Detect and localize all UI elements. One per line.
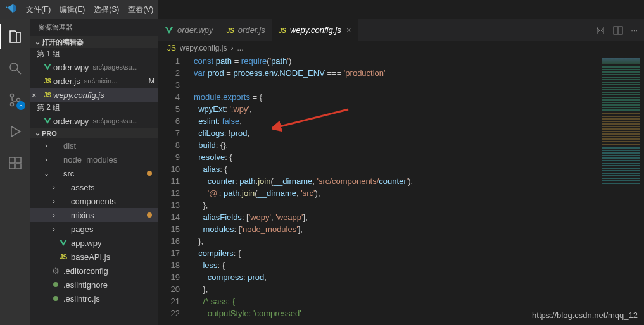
svg-point-0 (10, 63, 18, 71)
tree-item[interactable]: ›node_modules (30, 152, 158, 166)
tree-item[interactable]: .eslintrc.js (30, 291, 158, 305)
file-label: order.js (53, 77, 80, 86)
tree-item[interactable]: ⌄src (30, 166, 158, 180)
group-1-label: 第 1 组 (30, 48, 158, 60)
tree-label: .eslintrc.js (63, 294, 100, 304)
file-icon (42, 116, 53, 125)
svg-point-10 (53, 296, 58, 301)
svg-line-1 (17, 70, 21, 74)
file-icon: JS (42, 92, 53, 99)
search-icon[interactable] (0, 56, 30, 81)
minimap[interactable] (593, 55, 644, 325)
svg-point-9 (53, 282, 58, 287)
tree-item[interactable]: JSbaseAPI.js (30, 250, 158, 264)
editor-tab[interactable]: JSwepy.config.js× (272, 19, 358, 41)
tree-item[interactable]: ›assets (30, 180, 158, 194)
tree-icon: JS (58, 254, 68, 261)
file-icon (165, 26, 174, 35)
tree-label: dist (63, 141, 76, 150)
source-control-icon[interactable]: 5 (0, 87, 30, 113)
tree-icon (51, 295, 61, 302)
file-label: order.wpy (53, 63, 89, 72)
more-icon[interactable]: ··· (631, 25, 638, 35)
tree-label: components (71, 197, 116, 206)
svg-point-3 (11, 103, 14, 106)
modified-dot (147, 212, 152, 218)
project-section[interactable]: ⌄PRO (30, 128, 158, 138)
tab-label: order.js (238, 25, 265, 35)
activity-bar: 5 (0, 0, 30, 325)
compare-icon[interactable] (595, 25, 605, 35)
svg-rect-7 (16, 164, 21, 169)
menu-view[interactable]: 查看(V) (123, 4, 158, 15)
tree-icon (51, 281, 61, 288)
tree-label: node_modules (63, 155, 117, 164)
chevron-icon[interactable]: › (49, 197, 58, 205)
tree-label: .editorconfig (63, 266, 108, 276)
app-logo (0, 4, 22, 15)
tab-label: wepy.config.js (290, 25, 341, 35)
file-icon: JS (227, 25, 234, 35)
open-editors-section[interactable]: ⌄打开的编辑器 (30, 36, 158, 48)
close-icon[interactable]: × (32, 90, 37, 100)
tree-label: .eslintignore (63, 280, 108, 290)
extensions-icon[interactable] (0, 150, 30, 176)
tree-label: pages (71, 224, 93, 234)
file-icon (42, 63, 53, 71)
menu-select[interactable]: 选择(S) (89, 4, 123, 15)
chevron-icon[interactable]: › (49, 225, 58, 233)
tree-item[interactable]: ›mixins (30, 208, 158, 222)
tree-label: baseAPI.js (71, 252, 110, 262)
open-editor-item[interactable]: order.wpysrc\pages\su... (30, 60, 158, 74)
open-editor-item[interactable]: order.wpysrc\pages\su... (30, 114, 158, 128)
chevron-icon[interactable]: › (42, 142, 51, 149)
editor-area: order.wpyJSorder.jsJSwepy.config.js× ···… (158, 0, 644, 325)
svg-rect-6 (9, 164, 15, 169)
svg-rect-8 (16, 157, 21, 162)
tab-label: order.wpy (177, 25, 213, 35)
menu-file[interactable]: 文件(F) (22, 4, 55, 15)
breadcrumb[interactable]: JS wepy.config.js › ... (158, 41, 644, 55)
sidebar-title: 资源管理器 (30, 19, 158, 36)
file-icon: JS (42, 78, 53, 85)
editor-tab[interactable]: JSorder.js (220, 19, 272, 41)
chevron-icon[interactable]: › (49, 183, 58, 191)
tree-item[interactable]: .eslintignore (30, 278, 158, 291)
svg-point-2 (11, 94, 14, 97)
tree-label: src (63, 169, 74, 178)
tree-label: mixins (71, 211, 94, 220)
tree-item[interactable]: ›dist (30, 138, 158, 152)
open-editor-item[interactable]: JSorder.jssrc\mixin...M (30, 74, 158, 88)
chevron-icon[interactable]: › (49, 211, 58, 219)
file-icon: JS (279, 25, 286, 35)
watermark: https://blog.csdn.net/mqq_12 (532, 310, 638, 320)
menu-edit[interactable]: 编辑(E) (55, 4, 89, 15)
tree-item[interactable]: ›pages (30, 222, 158, 236)
svg-rect-5 (9, 157, 15, 162)
tree-icon: ⚙ (51, 266, 61, 276)
tree-label: assets (71, 183, 95, 192)
close-icon[interactable]: × (346, 25, 351, 35)
tree-label: app.wpy (71, 238, 101, 248)
explorer-icon[interactable] (0, 24, 30, 49)
tab-bar: order.wpyJSorder.jsJSwepy.config.js× ··· (158, 19, 644, 41)
tree-icon (58, 238, 68, 247)
open-editor-item[interactable]: ×JSwepy.config.js (30, 88, 158, 102)
group-2-label: 第 2 组 (30, 102, 158, 114)
run-debug-icon[interactable] (0, 119, 30, 144)
chevron-icon[interactable]: › (42, 156, 51, 163)
code-editor[interactable]: 12345678910111213141516171819202122 cons… (158, 55, 644, 325)
tree-item[interactable]: app.wpy (30, 236, 158, 250)
chevron-icon[interactable]: ⌄ (42, 169, 51, 178)
scm-badge: 5 (16, 101, 25, 110)
modified-dot (147, 171, 152, 176)
split-editor-icon[interactable] (613, 25, 623, 35)
tree-item[interactable]: ⚙.editorconfig (30, 264, 158, 278)
file-label: order.wpy (53, 116, 89, 126)
tree-item[interactable]: ›components (30, 194, 158, 208)
file-label: wepy.config.js (53, 90, 104, 100)
explorer-sidebar: 资源管理器 ⌄打开的编辑器 第 1 组 order.wpysrc\pages\s… (30, 0, 158, 325)
editor-tab[interactable]: order.wpy (158, 19, 220, 41)
